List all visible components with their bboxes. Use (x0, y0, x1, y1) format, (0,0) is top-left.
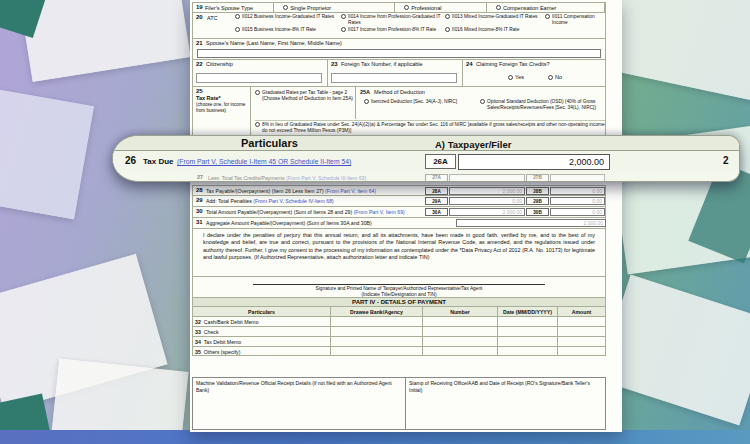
radio-icon[interactable] (404, 5, 409, 10)
amount-field-29a[interactable]: 0.00 (449, 197, 525, 205)
item-number: 19 (196, 4, 203, 10)
tdm-amount-cell[interactable] (558, 337, 605, 346)
spouse-name-input[interactable] (197, 49, 601, 58)
form-row-19: 19 Filer's Spouse Type Single Proprietor… (192, 2, 606, 13)
method-of-deduction-section: 25A Method of Deduction Itemized Deducti… (355, 87, 607, 119)
row-label: Tax Debit Memo (204, 339, 241, 345)
tdm-date-cell[interactable] (498, 337, 558, 346)
header-date: Date (MM/DD/YYYY) (498, 307, 558, 316)
tax-rate-option-graduated: Graduated Rates per Tax Table - page 2 (… (255, 90, 353, 102)
signature-caption-2: (Indicate Title/Designation and TIN) (193, 292, 605, 297)
row-label: Add: Total Penalties (206, 198, 252, 204)
radio-icon[interactable] (341, 27, 346, 32)
radio-icon[interactable] (445, 14, 450, 19)
lens-row-27-faded: 27 Less: Total Tax Credits/Payments (Fro… (113, 173, 739, 182)
radio-icon[interactable] (235, 27, 240, 32)
others-amount-cell[interactable] (558, 347, 605, 356)
amount-field-31[interactable]: 2,000.00 (456, 219, 606, 227)
atc-option-II011: II011 Compensation Income (545, 14, 607, 26)
radio-icon[interactable] (508, 75, 513, 80)
check-date-cell[interactable] (498, 327, 558, 336)
item-code-29a: 29A (425, 197, 448, 205)
item-number: 32 (195, 319, 201, 325)
check-drawee-cell[interactable] (331, 327, 423, 336)
citizenship-input[interactable] (196, 73, 322, 83)
others-date-cell[interactable] (498, 347, 558, 356)
magnifier-lens: Particulars A) Taxpayer/Filer 26 Tax Due… (112, 135, 740, 182)
radio-icon[interactable] (364, 99, 369, 104)
others-drawee-cell[interactable] (331, 347, 423, 356)
item-code-27b: 27B (526, 174, 549, 182)
radio-icon[interactable] (445, 27, 450, 32)
radio-icon[interactable] (235, 14, 240, 19)
item-code-28a: 28A (425, 187, 448, 195)
foreign-tax-number-cell: 23 Foreign Tax Number, if applicable (328, 60, 463, 86)
item-code-30b: 30B (526, 208, 549, 216)
check-number-cell[interactable] (423, 327, 498, 336)
item-number: 23 (331, 61, 338, 67)
deduction-option-osd: Optional Standard Deduction (OSD) (40% o… (480, 99, 604, 111)
item-number: 30 (196, 208, 203, 214)
radio-icon[interactable] (548, 75, 553, 80)
amount-field-30b[interactable]: 0.00 (550, 208, 605, 216)
amount-field-27b[interactable] (550, 174, 605, 182)
atc-option-II014: II014 Income from Profession-Graduated I… (341, 14, 443, 26)
payment-row-check: 33Check (193, 326, 605, 336)
radio-icon[interactable] (255, 122, 260, 127)
page-background: 19 Filer's Spouse Type Single Proprietor… (0, 0, 750, 444)
tax-due-amount-field[interactable]: 2,000.00 (458, 154, 610, 170)
radio-icon[interactable] (545, 14, 550, 19)
amount-field-27a[interactable] (449, 174, 525, 182)
item-number: 20 (196, 14, 203, 20)
schedule-link[interactable]: (From Part V, Schedule IV-Item 68) (253, 198, 334, 204)
signature-line (253, 284, 545, 285)
cash-date-cell[interactable] (498, 317, 558, 326)
atc-option-II013: II013 Mixed Income-Graduated IT Rates (445, 14, 541, 20)
amount-field-30a[interactable]: 2,000.00 (449, 208, 525, 216)
header-particulars: Particulars (193, 307, 331, 316)
schedule-link[interactable]: (From Part V, Item 69) (354, 209, 405, 215)
citizenship-cell: 22 Citizenship (193, 60, 328, 86)
tdm-number-cell[interactable] (423, 337, 498, 346)
foreign-tax-number-input[interactable] (331, 73, 457, 83)
schedule-link[interactable]: (From Part V, Schedule I-Item 45 OR Sche… (177, 158, 351, 165)
radio-icon[interactable] (480, 99, 485, 104)
radio-icon[interactable] (283, 5, 288, 10)
item-number: 35 (195, 349, 201, 355)
receiving-stamp-box: Stamp of Receiving Office/AAB and Date o… (405, 377, 606, 430)
cash-number-cell[interactable] (423, 317, 498, 326)
foreign-tax-credits-cell: 24 Claiming Foreign Tax Credits? Yes No (463, 60, 609, 86)
radio-icon[interactable] (496, 5, 501, 10)
cash-amount-cell[interactable] (558, 317, 605, 326)
foreign-tax-credits-yes: Yes (508, 74, 524, 80)
tdm-drawee-cell[interactable] (331, 337, 423, 346)
tax-rate-sublabel: (choose one, for income from business) (196, 102, 246, 113)
others-number-cell[interactable] (423, 347, 498, 356)
schedule-link[interactable]: (From Part V, Schedule III-Item 63) (286, 175, 366, 181)
row-label: Less: Total Tax Credits/Payments (208, 175, 285, 181)
item-number: 26 (125, 155, 136, 166)
item-number: 25A (360, 89, 370, 95)
item-number: 28 (196, 187, 203, 193)
form-row-21: 21 Spouse's Name (Last Name, First Name,… (192, 39, 606, 60)
schedule-link[interactable]: (From Part V, Item 64) (325, 188, 376, 194)
tax-rate-option-8-percent: 8% in lieu of Graduated Rates under Sec.… (255, 120, 605, 134)
item-code-26a: 26A (425, 154, 456, 169)
signature-caption: Signature and Printed Name of Taxpayer/A… (193, 286, 605, 291)
radio-icon[interactable] (255, 90, 260, 95)
item-code-28b: 28B (526, 187, 549, 195)
check-amount-cell[interactable] (558, 327, 605, 336)
amount-field-29b[interactable]: 0.00 (550, 197, 605, 205)
amount-field-28a[interactable]: 2,000.00 (449, 187, 525, 195)
radio-icon[interactable] (341, 14, 346, 19)
bir-tax-form: 19 Filer's Spouse Type Single Proprietor… (190, 0, 622, 432)
amount-field-28b[interactable]: 0.00 (550, 187, 605, 195)
form-row-29: 29 Add: Total Penalties (From Part V, Sc… (192, 196, 606, 207)
header-number: Number (423, 307, 498, 316)
spouse-type-label: Filer's Spouse Type (205, 5, 273, 11)
lens-header-band: Particulars A) Taxpayer/Filer (113, 136, 739, 151)
item-code-30a: 30A (425, 208, 448, 216)
machine-validation-box: Machine Validation/Revenue Official Rece… (192, 377, 405, 430)
cash-drawee-cell[interactable] (331, 317, 423, 326)
atc-option-II017: II017 Income from Profession-8% IT Rate (341, 27, 443, 33)
